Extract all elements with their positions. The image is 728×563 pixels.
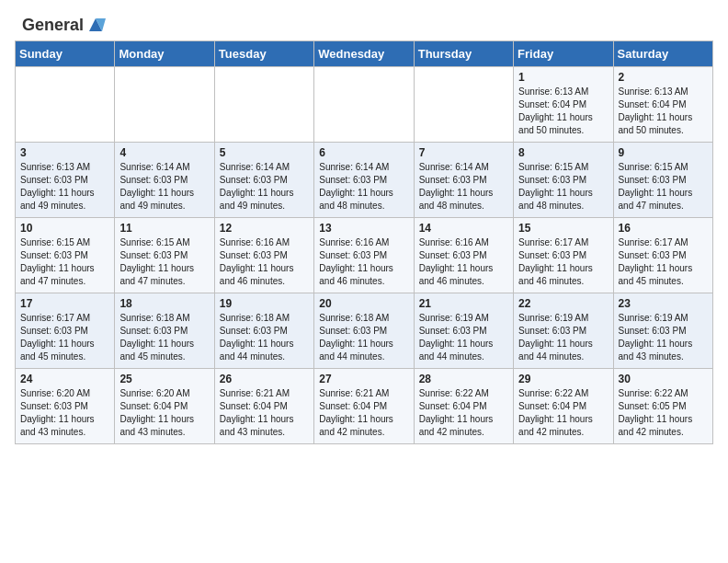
- day-number: 11: [119, 222, 209, 235]
- day-number: 24: [20, 373, 109, 385]
- day-number: 22: [518, 297, 608, 310]
- day-cell: 24Sunrise: 6:20 AM Sunset: 6:03 PM Dayli…: [16, 369, 115, 444]
- logo-text: General: [22, 17, 84, 35]
- page-header: General: [0, 0, 728, 40]
- day-cell: 28Sunrise: 6:22 AM Sunset: 6:04 PM Dayli…: [414, 369, 513, 444]
- day-cell: 7Sunrise: 6:14 AM Sunset: 6:03 PM Daylig…: [414, 143, 513, 218]
- day-info: Sunrise: 6:18 AM Sunset: 6:03 PM Dayligh…: [119, 312, 209, 363]
- day-number: 16: [619, 222, 708, 235]
- day-cell: [115, 67, 214, 143]
- day-cell: [16, 67, 115, 143]
- day-number: 10: [20, 222, 109, 235]
- day-cell: [214, 67, 313, 143]
- day-number: 2: [619, 71, 708, 84]
- day-cell: [314, 67, 414, 143]
- weekday-friday: Friday: [514, 41, 613, 67]
- day-cell: 23Sunrise: 6:19 AM Sunset: 6:03 PM Dayli…: [613, 293, 712, 369]
- day-cell: 2Sunrise: 6:13 AM Sunset: 6:04 PM Daylig…: [613, 67, 712, 143]
- day-number: 19: [220, 297, 309, 310]
- weekday-header: SundayMondayTuesdayWednesdayThursdayFrid…: [16, 41, 713, 67]
- day-number: 13: [319, 222, 408, 235]
- day-cell: 14Sunrise: 6:16 AM Sunset: 6:03 PM Dayli…: [414, 218, 513, 293]
- day-info: Sunrise: 6:15 AM Sunset: 6:03 PM Dayligh…: [20, 236, 109, 288]
- day-info: Sunrise: 6:16 AM Sunset: 6:03 PM Dayligh…: [220, 236, 309, 288]
- day-number: 28: [419, 373, 508, 385]
- day-number: 8: [518, 146, 608, 159]
- day-cell: 1Sunrise: 6:13 AM Sunset: 6:04 PM Daylig…: [514, 67, 613, 143]
- calendar-body: 1Sunrise: 6:13 AM Sunset: 6:04 PM Daylig…: [16, 67, 713, 444]
- day-cell: 29Sunrise: 6:22 AM Sunset: 6:04 PM Dayli…: [514, 369, 613, 444]
- day-number: 4: [119, 146, 209, 159]
- day-number: 25: [119, 373, 209, 385]
- weekday-sunday: Sunday: [16, 41, 115, 67]
- day-cell: 30Sunrise: 6:22 AM Sunset: 6:05 PM Dayli…: [613, 369, 712, 444]
- day-number: 30: [619, 373, 708, 385]
- day-cell: 22Sunrise: 6:19 AM Sunset: 6:03 PM Dayli…: [514, 293, 613, 369]
- day-cell: 10Sunrise: 6:15 AM Sunset: 6:03 PM Dayli…: [16, 218, 115, 293]
- day-cell: 6Sunrise: 6:14 AM Sunset: 6:03 PM Daylig…: [314, 143, 414, 218]
- day-cell: 26Sunrise: 6:21 AM Sunset: 6:04 PM Dayli…: [214, 369, 313, 444]
- day-info: Sunrise: 6:14 AM Sunset: 6:03 PM Dayligh…: [119, 161, 209, 213]
- day-cell: 25Sunrise: 6:20 AM Sunset: 6:04 PM Dayli…: [115, 369, 214, 444]
- day-number: 26: [220, 373, 309, 385]
- logo: General: [22, 17, 106, 33]
- day-cell: 9Sunrise: 6:15 AM Sunset: 6:03 PM Daylig…: [613, 143, 712, 218]
- weekday-saturday: Saturday: [613, 41, 712, 67]
- weekday-monday: Monday: [115, 41, 214, 67]
- day-info: Sunrise: 6:18 AM Sunset: 6:03 PM Dayligh…: [319, 312, 408, 363]
- day-info: Sunrise: 6:19 AM Sunset: 6:03 PM Dayligh…: [518, 312, 608, 363]
- day-info: Sunrise: 6:14 AM Sunset: 6:03 PM Dayligh…: [419, 161, 508, 213]
- week-row-0: 1Sunrise: 6:13 AM Sunset: 6:04 PM Daylig…: [16, 67, 713, 143]
- week-row-1: 3Sunrise: 6:13 AM Sunset: 6:03 PM Daylig…: [16, 143, 713, 218]
- day-number: 12: [220, 222, 309, 235]
- day-info: Sunrise: 6:22 AM Sunset: 6:04 PM Dayligh…: [518, 387, 608, 439]
- day-info: Sunrise: 6:21 AM Sunset: 6:04 PM Dayligh…: [319, 387, 408, 439]
- day-cell: 12Sunrise: 6:16 AM Sunset: 6:03 PM Dayli…: [214, 218, 313, 293]
- week-row-2: 10Sunrise: 6:15 AM Sunset: 6:03 PM Dayli…: [16, 218, 713, 293]
- day-cell: 20Sunrise: 6:18 AM Sunset: 6:03 PM Dayli…: [314, 293, 414, 369]
- day-cell: 21Sunrise: 6:19 AM Sunset: 6:03 PM Dayli…: [414, 293, 513, 369]
- day-number: 6: [319, 146, 408, 159]
- day-cell: 16Sunrise: 6:17 AM Sunset: 6:03 PM Dayli…: [613, 218, 712, 293]
- day-cell: 4Sunrise: 6:14 AM Sunset: 6:03 PM Daylig…: [115, 143, 214, 218]
- day-info: Sunrise: 6:15 AM Sunset: 6:03 PM Dayligh…: [619, 161, 708, 213]
- day-number: 14: [419, 222, 508, 235]
- day-cell: 15Sunrise: 6:17 AM Sunset: 6:03 PM Dayli…: [514, 218, 613, 293]
- day-cell: 27Sunrise: 6:21 AM Sunset: 6:04 PM Dayli…: [314, 369, 414, 444]
- weekday-thursday: Thursday: [414, 41, 513, 67]
- day-info: Sunrise: 6:17 AM Sunset: 6:03 PM Dayligh…: [518, 236, 608, 288]
- logo-icon: [85, 15, 106, 35]
- day-cell: [414, 67, 513, 143]
- day-number: 29: [518, 373, 608, 385]
- day-info: Sunrise: 6:16 AM Sunset: 6:03 PM Dayligh…: [319, 236, 408, 288]
- day-number: 15: [518, 222, 608, 235]
- day-cell: 13Sunrise: 6:16 AM Sunset: 6:03 PM Dayli…: [314, 218, 414, 293]
- day-number: 20: [319, 297, 408, 310]
- day-number: 7: [419, 146, 508, 159]
- day-info: Sunrise: 6:20 AM Sunset: 6:03 PM Dayligh…: [20, 387, 109, 439]
- day-info: Sunrise: 6:21 AM Sunset: 6:04 PM Dayligh…: [220, 387, 309, 439]
- calendar-table: SundayMondayTuesdayWednesdayThursdayFrid…: [15, 40, 713, 444]
- day-number: 9: [619, 146, 708, 159]
- day-info: Sunrise: 6:13 AM Sunset: 6:04 PM Dayligh…: [518, 86, 608, 137]
- day-info: Sunrise: 6:15 AM Sunset: 6:03 PM Dayligh…: [518, 161, 608, 213]
- day-number: 5: [220, 146, 309, 159]
- weekday-tuesday: Tuesday: [214, 41, 313, 67]
- day-cell: 17Sunrise: 6:17 AM Sunset: 6:03 PM Dayli…: [16, 293, 115, 369]
- week-row-4: 24Sunrise: 6:20 AM Sunset: 6:03 PM Dayli…: [16, 369, 713, 444]
- day-info: Sunrise: 6:19 AM Sunset: 6:03 PM Dayligh…: [419, 312, 508, 363]
- day-number: 18: [119, 297, 209, 310]
- calendar: SundayMondayTuesdayWednesdayThursdayFrid…: [0, 40, 728, 459]
- day-info: Sunrise: 6:14 AM Sunset: 6:03 PM Dayligh…: [319, 161, 408, 213]
- day-info: Sunrise: 6:19 AM Sunset: 6:03 PM Dayligh…: [619, 312, 708, 363]
- day-number: 23: [619, 297, 708, 310]
- day-cell: 19Sunrise: 6:18 AM Sunset: 6:03 PM Dayli…: [214, 293, 313, 369]
- day-info: Sunrise: 6:18 AM Sunset: 6:03 PM Dayligh…: [220, 312, 309, 363]
- day-info: Sunrise: 6:15 AM Sunset: 6:03 PM Dayligh…: [119, 236, 209, 288]
- day-info: Sunrise: 6:22 AM Sunset: 6:04 PM Dayligh…: [419, 387, 508, 439]
- day-info: Sunrise: 6:16 AM Sunset: 6:03 PM Dayligh…: [419, 236, 508, 288]
- day-cell: 18Sunrise: 6:18 AM Sunset: 6:03 PM Dayli…: [115, 293, 214, 369]
- day-number: 3: [20, 146, 109, 159]
- day-cell: 5Sunrise: 6:14 AM Sunset: 6:03 PM Daylig…: [214, 143, 313, 218]
- day-cell: 11Sunrise: 6:15 AM Sunset: 6:03 PM Dayli…: [115, 218, 214, 293]
